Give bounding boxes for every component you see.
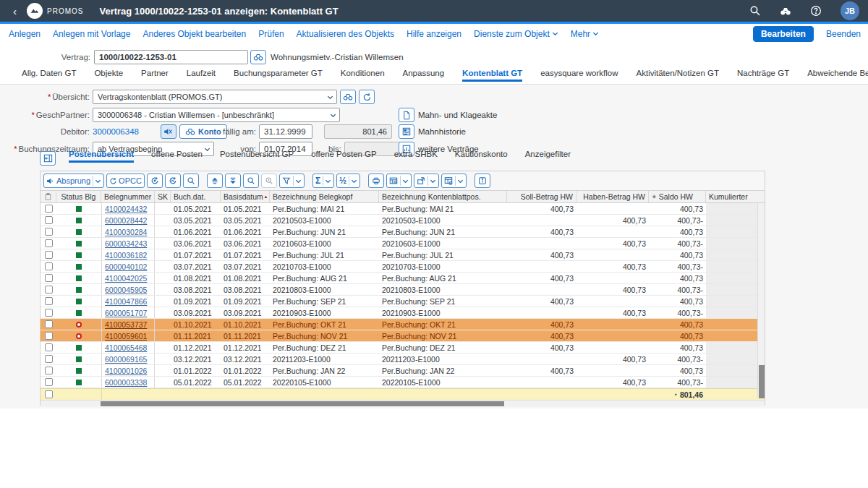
vertical-scrollbar-thumb[interactable] xyxy=(759,365,765,398)
col-sk[interactable]: SK xyxy=(155,191,171,202)
menu-anlegen-mit-vorlage[interactable]: Anlegen mit Vorlage xyxy=(53,29,130,39)
belegnummer-link[interactable]: 4100059601 xyxy=(105,332,147,341)
col-belegkopf[interactable]: Bezeichnung Belegkopf xyxy=(270,191,379,202)
faellig-input[interactable]: 31.12.9999 xyxy=(259,124,312,139)
find-next-button[interactable] xyxy=(261,174,277,188)
table-row[interactable]: 410000102601.01.202201.01.2022Per.Buchun… xyxy=(41,365,765,377)
table-row[interactable]: 410003618201.07.202101.07.2021Per.Buchun… xyxy=(41,249,765,261)
horizontal-scrollbar-thumb[interactable] xyxy=(101,401,504,406)
row-checkbox[interactable] xyxy=(41,238,56,249)
vertical-scrollbar[interactable] xyxy=(757,203,765,398)
tab-buchungsparameter[interactable]: Buchungsparameter GT xyxy=(234,69,323,82)
menu-hilfe[interactable]: Hilfe anzeigen xyxy=(407,29,461,39)
select-all-header[interactable] xyxy=(41,191,56,202)
detail-button[interactable] xyxy=(183,174,199,188)
uebersicht-select[interactable]: Vertragskontenblatt (PROMOS.GT) xyxy=(93,90,337,104)
col-basisdatum[interactable]: Basisdatum▴ xyxy=(221,191,270,202)
uebersicht-display-button[interactable] xyxy=(340,90,356,104)
table-row[interactable]: 410006546801.12.202101.12.2021Per.Buchun… xyxy=(41,342,765,354)
tab-laufzeit[interactable]: Laufzeit xyxy=(187,69,216,82)
table-row[interactable]: 600004590503.08.202103.08.202120210803-E… xyxy=(41,284,765,296)
belegnummer-link[interactable]: 6000045905 xyxy=(105,286,147,294)
row-checkbox[interactable] xyxy=(41,377,56,388)
belegnummer-link[interactable]: 6000040102 xyxy=(105,262,147,271)
table-row[interactable]: 600002844203.05.202103.05.202120210503-E… xyxy=(41,215,765,226)
total-row-checkbox[interactable] xyxy=(41,389,56,400)
subtab-extra-shbk[interactable]: extra SHBK xyxy=(394,150,438,163)
tab-nachtraege[interactable]: Nachträge GT xyxy=(737,69,789,82)
col-soll[interactable]: Soll-Betrag HW xyxy=(507,191,576,202)
layout-button[interactable] xyxy=(441,174,467,188)
row-checkbox[interactable] xyxy=(41,203,56,214)
table-row[interactable]: 600006916503.12.202103.12.202120211203-E… xyxy=(41,354,765,365)
dunning-block-button[interactable] xyxy=(161,124,176,139)
table-row[interactable]: 410002443201.05.202101.05.2021Per.Buchun… xyxy=(41,203,765,215)
col-belegnummer[interactable]: Belegnummer xyxy=(101,191,155,202)
row-checkbox[interactable] xyxy=(41,215,56,226)
table-row[interactable]: 410004786601.09.202101.09.2021Per.Buchun… xyxy=(41,296,765,307)
belegnummer-link[interactable]: 4100065468 xyxy=(105,343,147,352)
belegnummer-link[interactable]: 4100042025 xyxy=(105,274,147,283)
filter-button[interactable] xyxy=(279,174,305,188)
row-checkbox[interactable] xyxy=(41,319,56,330)
subtotal-button[interactable]: ½ xyxy=(336,174,360,188)
tab-objekte[interactable]: Objekte xyxy=(94,69,123,82)
belegnummer-link[interactable]: 4100053737 xyxy=(105,320,147,329)
subtab-offene-posten[interactable]: offene Posten xyxy=(151,150,203,163)
row-checkbox[interactable] xyxy=(41,261,56,272)
col-kumulierter[interactable]: Kumulierter xyxy=(706,191,765,202)
subtab-postenuebersicht-gp[interactable]: Postenübersicht GP xyxy=(220,150,294,163)
col-buchdat[interactable]: Buch.dat. xyxy=(171,191,221,202)
menu-anlegen[interactable]: Anlegen xyxy=(9,29,41,39)
bearbeiten-button[interactable]: Bearbeiten xyxy=(753,26,814,42)
belegnummer-link[interactable]: 4100036182 xyxy=(105,251,147,260)
row-checkbox[interactable] xyxy=(41,284,56,295)
tab-kontenblatt[interactable]: Kontenblatt GT xyxy=(462,69,522,82)
subtab-postenuebersicht[interactable]: Postenübersicht xyxy=(69,150,134,163)
tab-allg-daten[interactable]: Allg. Daten GT xyxy=(22,69,76,82)
table-row[interactable]: 410003028401.06.202101.06.2021Per.Buchun… xyxy=(41,226,765,238)
row-checkbox[interactable] xyxy=(41,330,56,341)
menu-anderes-objekt[interactable]: Anderes Objekt bearbeiten xyxy=(142,29,246,39)
search-icon[interactable] xyxy=(749,5,761,17)
contract-input[interactable]: 1000/10022-1253-01 xyxy=(94,50,248,64)
help-icon[interactable] xyxy=(810,5,822,17)
back-icon[interactable]: ‹ xyxy=(13,5,17,17)
table-row[interactable]: 600003424303.06.202103.06.202120210603-E… xyxy=(41,238,765,249)
belegnummer-link[interactable]: 4100030284 xyxy=(105,228,147,236)
col-haben[interactable]: Haben-Betrag HW xyxy=(576,191,649,202)
row-checkbox[interactable] xyxy=(41,273,56,283)
tab-konditionen[interactable]: Konditionen xyxy=(341,69,385,82)
subtab-anzeigefilter[interactable]: Anzeigefilter xyxy=(525,150,571,163)
binoculars-icon[interactable] xyxy=(780,5,791,17)
col-kontenblattpos[interactable]: Bezeichnung Kontenblattpos. xyxy=(379,191,507,202)
absprung-button[interactable]: Absprung xyxy=(43,174,104,188)
collapse-panel-button[interactable] xyxy=(40,151,56,166)
menu-pruefen[interactable]: Prüfen xyxy=(258,29,284,39)
sort-descending-button[interactable] xyxy=(225,174,241,188)
mahnhistorie-button[interactable] xyxy=(399,124,414,139)
row-checkbox[interactable] xyxy=(41,307,56,318)
row-checkbox[interactable] xyxy=(41,296,56,307)
table-row[interactable]: 410005373701.10.202101.10.2021Per.Buchun… xyxy=(41,319,765,330)
beenden-button[interactable]: Beenden xyxy=(826,29,861,39)
export-button[interactable] xyxy=(414,174,439,188)
horizontal-scrollbar[interactable] xyxy=(41,400,765,406)
table-row[interactable]: 600005170703.09.202103.09.202120210903-E… xyxy=(41,307,765,319)
belegnummer-link[interactable]: 6000051707 xyxy=(105,309,147,317)
user-avatar[interactable]: JB xyxy=(841,1,859,20)
belegnummer-link[interactable]: 4100001026 xyxy=(105,367,147,375)
tab-abweichende[interactable]: Abweichende Bemessungen xyxy=(807,69,868,82)
menu-mehr[interactable]: Mehr xyxy=(571,29,599,39)
subtab-kautionskonto[interactable]: Kautionskonto xyxy=(455,150,508,163)
row-checkbox[interactable] xyxy=(41,354,56,364)
belegnummer-link[interactable]: 6000003338 xyxy=(105,378,147,387)
geschpartner-select[interactable]: 3000006348 - Cristian Willemsen - [unbes… xyxy=(93,108,340,122)
menu-aktualisieren[interactable]: Aktualisieren des Objekts xyxy=(297,29,394,39)
debitor-link[interactable]: 3000006348 xyxy=(93,127,139,136)
print-button[interactable] xyxy=(368,174,384,188)
row-checkbox[interactable] xyxy=(41,226,56,237)
info-button[interactable] xyxy=(475,174,490,188)
refresh-all-button[interactable] xyxy=(165,174,181,188)
sum-button[interactable]: Σ xyxy=(312,174,334,188)
